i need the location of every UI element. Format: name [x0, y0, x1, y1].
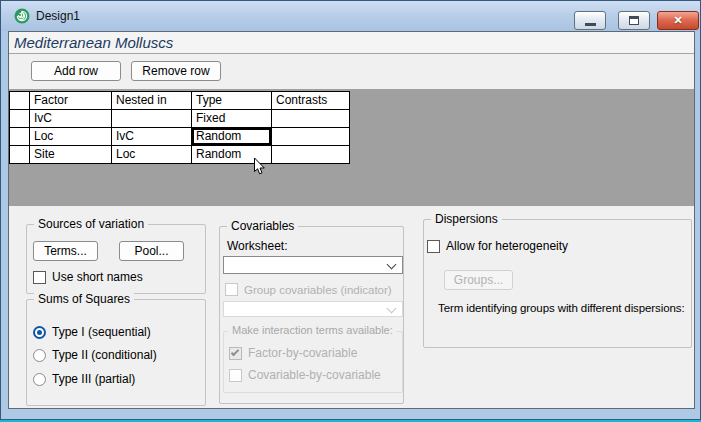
design-window: Design1 ✕ Mediterranean Molluscs Add row…: [0, 0, 701, 420]
group-label: Make interaction terms available:: [228, 324, 397, 336]
maximize-button[interactable]: [618, 11, 650, 30]
groups-button: Groups...: [444, 270, 513, 290]
checkbox-box[interactable]: [33, 271, 46, 284]
radio-type-iii[interactable]: Type III (partial): [33, 372, 135, 386]
chevron-down-icon: [387, 304, 397, 314]
table-cell[interactable]: Loc: [30, 128, 112, 146]
radio-button-selected[interactable]: [33, 326, 46, 339]
group-label: Sums of Squares: [34, 292, 134, 306]
group-covariables-checkbox: Group covariables (indicator): [225, 283, 392, 296]
group-label: Dispersions: [431, 212, 502, 226]
table-cell[interactable]: [272, 110, 350, 128]
radio-type-i[interactable]: Type I (sequential): [33, 325, 151, 339]
checkbox-label: Use short names: [52, 270, 143, 284]
pool-button[interactable]: Pool...: [119, 241, 184, 261]
group-label: Sources of variation: [34, 217, 148, 231]
selected-cell[interactable]: Random: [192, 128, 272, 146]
table-cell[interactable]: Site: [30, 146, 112, 164]
table-cell[interactable]: Fixed: [192, 110, 272, 128]
minimize-button[interactable]: [574, 11, 606, 30]
radio-button[interactable]: [33, 349, 46, 362]
table-cell[interactable]: [112, 110, 192, 128]
factor-by-covariable-checkbox: Factor-by-covariable: [229, 346, 357, 360]
table-cell[interactable]: IvC: [30, 110, 112, 128]
row-selector[interactable]: [10, 128, 30, 146]
radio-label: Type I (sequential): [52, 325, 151, 339]
row-selector[interactable]: [10, 146, 30, 164]
title-bar[interactable]: Design1 ✕: [1, 1, 700, 31]
use-short-names-checkbox[interactable]: Use short names: [33, 270, 143, 284]
close-button[interactable]: ✕: [657, 11, 699, 30]
terms-button[interactable]: Terms...: [33, 241, 98, 261]
table-cell[interactable]: Loc: [112, 146, 192, 164]
group-label: Covariables: [227, 219, 298, 233]
factors-table: Factor Nested in Type Contrasts IvC Fixe…: [9, 91, 350, 164]
add-row-button[interactable]: Add row: [31, 61, 121, 81]
heading-band: Mediterranean Molluscs: [9, 32, 694, 54]
table-cell[interactable]: IvC: [112, 128, 192, 146]
mouse-cursor-icon: [253, 157, 266, 176]
dispersions-term-label: Term identifying groups with different d…: [438, 302, 685, 314]
checkbox-label: Group covariables (indicator): [244, 284, 392, 296]
checkbox-label: Factor-by-covariable: [248, 346, 357, 360]
header-cell-factor: Factor: [30, 92, 112, 110]
spiral-app-icon[interactable]: [14, 8, 30, 24]
allow-heterogeneity-checkbox[interactable]: Allow for heterogeneity: [427, 239, 568, 253]
header-cell-type: Type: [192, 92, 272, 110]
minimize-icon: [585, 23, 596, 26]
design-heading: Mediterranean Molluscs: [14, 34, 173, 51]
desktop-background: Design1 ✕ Mediterranean Molluscs Add row…: [0, 0, 701, 422]
row-selector[interactable]: [10, 110, 30, 128]
table-cell[interactable]: [272, 146, 350, 164]
radio-label: Type II (conditional): [52, 348, 157, 362]
checkbox-label: Covariable-by-covariable: [248, 368, 381, 382]
maximize-icon: [629, 16, 639, 25]
window-title: Design1: [36, 9, 80, 23]
close-icon: ✕: [673, 14, 682, 27]
table-cell[interactable]: [272, 128, 350, 146]
checkbox-label: Allow for heterogeneity: [446, 239, 568, 253]
header-cell-nested-in: Nested in: [112, 92, 192, 110]
worksheet-combobox[interactable]: [223, 256, 403, 274]
header-selector-cell: [10, 92, 30, 110]
checkbox-box: [229, 347, 242, 360]
checkbox-box: [229, 369, 242, 382]
check-icon: [231, 347, 239, 355]
checkbox-box: [225, 283, 238, 296]
group-covariables-combobox: [223, 301, 403, 317]
client-area: Mediterranean Molluscs Add row Remove ro…: [8, 31, 695, 409]
remove-row-button[interactable]: Remove row: [131, 61, 221, 81]
checkbox-box[interactable]: [427, 240, 440, 253]
radio-button[interactable]: [33, 373, 46, 386]
radio-type-ii[interactable]: Type II (conditional): [33, 348, 157, 362]
covariable-by-covariable-checkbox: Covariable-by-covariable: [229, 368, 381, 382]
header-cell-contrasts: Contrasts: [272, 92, 350, 110]
chevron-down-icon: [387, 260, 397, 270]
worksheet-label: Worksheet:: [227, 239, 287, 253]
interaction-terms-group: Make interaction terms available:: [223, 331, 403, 393]
radio-label: Type III (partial): [52, 372, 135, 386]
